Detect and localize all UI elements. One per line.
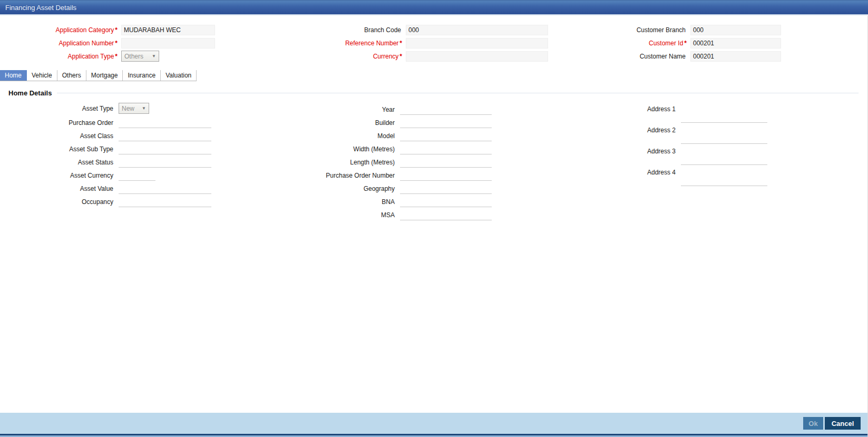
customer-id-label: Customer Id — [649, 40, 683, 47]
details-column-3: Address 1 Address 2 Address 3 Address 4 — [574, 104, 767, 188]
tab-mortgage[interactable]: Mortgage — [86, 70, 123, 81]
section-divider — [57, 93, 859, 93]
width-metres-label: Width (Metres) — [287, 145, 400, 154]
purchase-order-label: Purchase Order — [0, 119, 119, 128]
application-category-label: Application Category — [56, 26, 114, 34]
application-number-label: Application Number — [59, 40, 114, 47]
home-details-section-header: Home Details — [8, 89, 859, 97]
builder-input[interactable] — [400, 119, 492, 128]
window-title: Financing Asset Details — [5, 4, 76, 12]
asset-class-input[interactable] — [119, 132, 211, 141]
asset-type-value: New — [122, 105, 134, 112]
field-row-customer-id: Customer Id* — [574, 36, 781, 50]
field-row-purchase-order-number: Purchase Order Number — [287, 168, 492, 181]
field-row-reference-number: Reference Number* — [285, 36, 548, 50]
asset-class-label: Asset Class — [0, 132, 119, 141]
purchase-order-input[interactable] — [119, 119, 211, 128]
address-3-label: Address 3 — [574, 146, 681, 157]
field-row-asset-status: Asset Status — [0, 154, 211, 168]
customer-id-input[interactable] — [690, 38, 781, 48]
customer-branch-label: Customer Branch — [637, 26, 686, 34]
customer-branch-input[interactable] — [690, 25, 781, 35]
application-type-value: Others — [124, 53, 143, 60]
asset-currency-input[interactable] — [119, 171, 155, 181]
address-1-input[interactable] — [681, 104, 767, 123]
model-label: Model — [287, 132, 400, 141]
occupancy-input[interactable] — [119, 198, 211, 207]
asset-value-input[interactable] — [119, 184, 211, 194]
tab-vehicle[interactable]: Vehicle — [27, 70, 57, 81]
field-row-asset-class: Asset Class — [0, 128, 211, 141]
field-row-customer-branch: Customer Branch — [574, 23, 781, 36]
occupancy-label: Occupancy — [0, 198, 119, 207]
field-row-asset-type: Asset Type New ▼ — [0, 102, 211, 115]
tab-others[interactable]: Others — [57, 70, 86, 81]
currency-label: Currency — [373, 53, 399, 60]
field-row-customer-name: Customer Name — [574, 50, 781, 63]
field-row-model: Model — [287, 128, 492, 141]
tab-insurance[interactable]: Insurance — [123, 70, 161, 81]
field-row-occupancy: Occupancy — [0, 194, 211, 207]
tab-bar: Home Vehicle Others Mortgage Insurance V… — [0, 70, 197, 81]
address-2-input[interactable] — [681, 125, 767, 144]
header-column-2: Branch Code Reference Number* Currency* — [285, 23, 548, 63]
msa-input[interactable] — [400, 211, 492, 220]
currency-input[interactable] — [406, 51, 548, 62]
field-row-address-1: Address 1 — [574, 104, 767, 125]
required-asterisk: * — [399, 40, 402, 47]
field-row-msa: MSA — [287, 207, 492, 220]
details-column-1: Asset Type New ▼ Purchase Order Asset Cl… — [0, 102, 211, 207]
header-column-1: Application Category* Application Number… — [0, 23, 215, 63]
address-4-input[interactable] — [681, 167, 767, 186]
field-row-currency: Currency* — [285, 50, 548, 63]
field-row-address-2: Address 2 — [574, 125, 767, 146]
width-metres-input[interactable] — [400, 145, 492, 154]
reference-number-label: Reference Number — [345, 40, 398, 47]
address-3-input[interactable] — [681, 146, 767, 165]
address-2-label: Address 2 — [574, 125, 681, 135]
customer-name-input[interactable] — [690, 51, 781, 62]
asset-currency-label: Asset Currency — [0, 172, 119, 181]
field-row-address-4: Address 4 — [574, 167, 767, 188]
field-row-asset-sub-type: Asset Sub Type — [0, 141, 211, 154]
header-column-3: Customer Branch Customer Id* Customer Na… — [574, 23, 781, 63]
field-row-builder: Builder — [287, 115, 492, 128]
asset-value-label: Asset Value — [0, 185, 119, 194]
application-number-input[interactable] — [121, 38, 215, 48]
geography-input[interactable] — [400, 184, 492, 194]
builder-label: Builder — [287, 119, 400, 128]
branch-code-input[interactable] — [406, 25, 548, 35]
chevron-down-icon: ▼ — [142, 106, 146, 111]
application-type-select[interactable]: Others ▼ — [121, 51, 159, 62]
field-row-asset-value: Asset Value — [0, 181, 211, 194]
bna-input[interactable] — [400, 198, 492, 207]
cancel-button[interactable]: Cancel — [825, 417, 861, 430]
purchase-order-number-input[interactable] — [400, 171, 492, 181]
reference-number-input[interactable] — [406, 38, 548, 48]
purchase-order-number-label: Purchase Order Number — [287, 172, 400, 181]
ok-button[interactable]: Ok — [803, 417, 823, 430]
tab-valuation[interactable]: Valuation — [161, 70, 197, 81]
application-category-input[interactable] — [121, 25, 215, 35]
asset-sub-type-input[interactable] — [119, 145, 211, 154]
address-1-label: Address 1 — [574, 104, 681, 114]
required-asterisk: * — [115, 26, 118, 34]
titlebar: Financing Asset Details — [0, 0, 868, 15]
bna-label: BNA — [287, 198, 400, 207]
field-row-asset-currency: Asset Currency — [0, 168, 211, 181]
customer-name-label: Customer Name — [640, 53, 686, 60]
field-row-year: Year — [287, 102, 492, 115]
year-input[interactable] — [400, 105, 492, 115]
asset-type-select[interactable]: New ▼ — [119, 103, 149, 114]
field-row-address-3: Address 3 — [574, 146, 767, 167]
field-row-width-metres: Width (Metres) — [287, 141, 492, 154]
asset-status-input[interactable] — [119, 158, 211, 168]
field-row-application-number: Application Number* — [0, 36, 215, 50]
tab-home[interactable]: Home — [0, 70, 27, 81]
geography-label: Geography — [287, 185, 400, 194]
length-metres-input[interactable] — [400, 158, 492, 168]
branch-code-label: Branch Code — [364, 26, 401, 34]
field-row-geography: Geography — [287, 181, 492, 194]
asset-sub-type-label: Asset Sub Type — [0, 145, 119, 154]
model-input[interactable] — [400, 132, 492, 141]
